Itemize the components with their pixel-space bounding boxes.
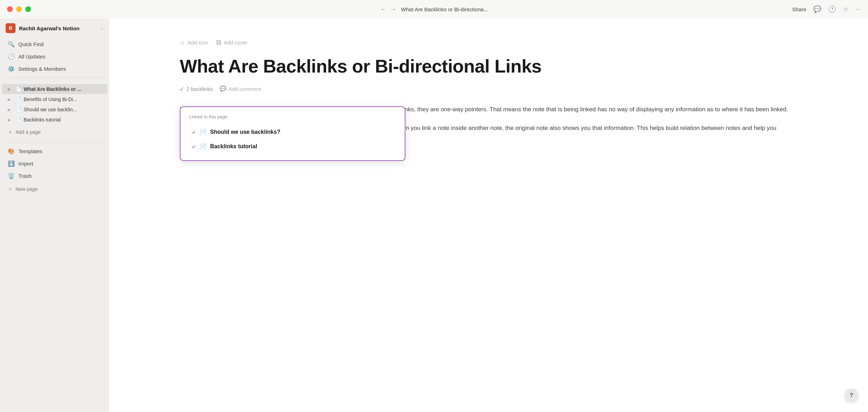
traffic-lights [7,6,31,12]
page-title-2: Benefits of Using Bi-Di... [24,96,102,102]
clock-icon: 🕐 [8,53,15,60]
document-title: What Are Backlinks or Bi-directional Lin… [180,55,797,77]
trash-label: Trash [18,173,32,179]
templates-icon: 🎨 [8,148,15,155]
history-icon[interactable]: 🕐 [828,5,836,13]
page-title-1: What Are Backlinks or ... [24,86,102,92]
comment-icon: 💬 [220,86,226,92]
page-doc-icon: 📄 [16,96,22,102]
sidebar-pages: ▶ 📄 What Are Backlinks or ... ▶ 📄 Benefi… [0,84,109,125]
workspace-icon: R [6,23,16,33]
page-chevron-icon: ▶ [8,97,13,102]
backlink-label-1: Should we use backlinks? [210,129,280,135]
more-icon[interactable]: ··· [856,6,861,13]
titlebar-title: What Are Backlinks or Bi-directiona... [401,6,488,12]
new-page-label: New page [16,186,38,192]
backlink-item-2[interactable]: ↙ 📄 Backlinks tutorial [189,139,396,153]
maximize-button[interactable] [25,6,31,12]
sidebar-page-item-4[interactable]: ▶ 📄 Backlinks tutorial [2,115,107,125]
sidebar-item-quick-find[interactable]: 🔍 Quick Find [2,38,107,50]
workspace-name: Rachit Agarwal's Notion [19,25,97,31]
backlinks-count: 2 backlinks [187,86,213,92]
page-chevron-icon: ▶ [8,87,13,92]
sidebar: R Rachit Agarwal's Notion ⌄ 🔍 Quick Find… [0,18,109,412]
import-icon: ⬇️ [8,160,15,167]
sidebar-page-item-3[interactable]: ▶ 📄 Should we use backlin... [2,105,107,114]
page-chevron-icon: ▶ [8,118,13,122]
star-icon[interactable]: ☆ [843,5,849,13]
all-updates-label: All Updates [18,54,45,60]
sidebar-item-all-updates[interactable]: 🕐 All Updates [2,51,107,62]
check-icon: ↙ [192,144,196,149]
close-button[interactable] [7,6,13,12]
doc-toolbar: ☺ Add icon 🖼 Add cover [180,39,797,45]
new-page-plus-icon: ＋ [8,186,13,192]
add-comment-label: Add comment [228,86,261,92]
sidebar-divider [6,78,104,78]
settings-label: Settings & Members [18,66,66,72]
page-icon: 📄 [200,129,207,135]
backlink-item-1[interactable]: ↙ 📄 Should we use backlinks? [189,125,396,139]
sidebar-item-trash[interactable]: 🗑️ Trash [2,170,107,182]
sidebar-item-settings[interactable]: ⚙️ Settings & Members [2,63,107,75]
doc-meta: ↙ 2 backlinks 💬 Add comment [180,86,797,92]
workspace-header[interactable]: R Rachit Agarwal's Notion ⌄ [0,18,109,38]
page-icon: 📄 [200,143,207,150]
titlebar: ← → What Are Backlinks or Bi-directiona.… [0,0,868,18]
quick-find-label: Quick Find [18,41,44,47]
titlebar-center: ← → What Are Backlinks or Bi-directiona.… [380,6,488,13]
sidebar-page-item-1[interactable]: ▶ 📄 What Are Backlinks or ... [2,84,107,94]
page-doc-icon: 📄 [16,86,22,92]
page-chevron-icon: ▶ [8,107,13,112]
share-button[interactable]: Share [792,6,806,12]
backlinks-button[interactable]: ↙ 2 backlinks [180,86,213,92]
add-icon-button[interactable]: ☺ Add icon [180,39,208,45]
search-icon: 🔍 [8,41,15,48]
sidebar-item-import[interactable]: ⬇️ Import [2,158,107,169]
trash-icon: 🗑️ [8,173,15,179]
forward-button[interactable]: → [390,6,396,13]
templates-label: Templates [18,148,42,154]
page-doc-icon: 📄 [16,107,22,112]
minimize-button[interactable] [16,6,22,12]
page-doc-icon: 📄 [16,117,22,123]
backlinks-popup: Linked to this page ↙ 📄 Should we use ba… [180,106,405,161]
sidebar-divider-2 [6,142,104,142]
main-content: ☺ Add icon 🖼 Add cover What Are Backlink… [109,18,868,412]
image-icon: 🖼 [216,39,221,45]
gear-icon: ⚙️ [8,65,15,72]
add-page-button[interactable]: ＋ Add a page [2,126,107,138]
emoji-icon: ☺ [180,39,185,45]
backlink-icon: ↙ [180,86,184,92]
plus-icon: ＋ [8,129,13,135]
backlinks-popup-title: Linked to this page [189,114,396,119]
import-label: Import [18,161,33,167]
page-title-4: Backlinks tutorial [24,117,102,123]
check-icon: ↙ [192,129,196,135]
add-icon-label: Add icon [188,39,208,45]
app-body: R Rachit Agarwal's Notion ⌄ 🔍 Quick Find… [0,18,868,412]
add-comment-button[interactable]: 💬 Add comment [220,86,261,92]
new-page-button[interactable]: ＋ New page [2,183,107,195]
back-button[interactable]: ← [380,6,386,13]
help-button[interactable]: ? [845,389,858,402]
sidebar-page-item-2[interactable]: ▶ 📄 Benefits of Using Bi-Di... [2,94,107,104]
workspace-chevron-icon: ⌄ [100,26,104,31]
sidebar-item-templates[interactable]: 🎨 Templates [2,145,107,157]
comment-icon[interactable]: 💬 [813,5,821,13]
backlink-label-2: Backlinks tutorial [210,143,257,150]
add-page-label: Add a page [16,129,41,135]
titlebar-nav: ← → [380,6,396,13]
help-icon: ? [850,392,853,399]
titlebar-actions: Share 💬 🕐 ☆ ··· [792,5,861,13]
page-title-3: Should we use backlin... [24,107,102,112]
add-cover-label: Add cover [224,39,248,45]
add-cover-button[interactable]: 🖼 Add cover [216,39,248,45]
